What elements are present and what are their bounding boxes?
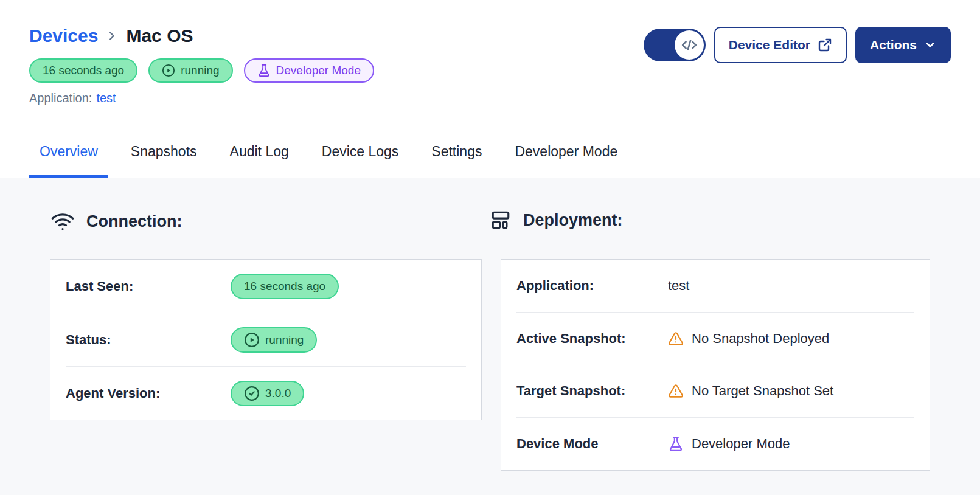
status-badge-row: 16 seconds ago running Developer Mode (29, 58, 374, 83)
overview-panel: Connection: Last Seen: 16 seconds ago St… (0, 178, 980, 495)
check-circle-icon (244, 386, 260, 401)
code-view-toggle[interactable] (644, 29, 706, 61)
breadcrumb: Devices Mac OS (29, 26, 193, 46)
device-mode-row: Device Mode Developer Mode (501, 418, 930, 470)
tab-developer-mode[interactable]: Developer Mode (504, 128, 628, 178)
tab-overview[interactable]: Overview (29, 128, 108, 178)
flask-icon (257, 64, 271, 77)
active-snapshot-label: Active Snapshot: (516, 331, 668, 347)
application-link[interactable]: test (96, 91, 116, 105)
code-icon (681, 37, 697, 53)
target-snapshot-label: Target Snapshot: (516, 383, 668, 399)
status-row: Status: running (50, 313, 481, 366)
toggle-knob[interactable] (675, 30, 704, 60)
deployment-section-title: Deployment: (490, 210, 623, 230)
device-mode-value: Developer Mode (692, 436, 790, 452)
actions-button[interactable]: Actions (855, 27, 951, 63)
last-seen-row: Last Seen: 16 seconds ago (50, 260, 481, 313)
warning-icon (668, 383, 684, 399)
tab-bar: Overview Snapshots Audit Log Device Logs… (29, 128, 628, 178)
agent-version-badge: 3.0.0 (231, 381, 304, 406)
deployment-card: Application: test Active Snapshot: No Sn… (501, 259, 930, 471)
developer-mode-badge: Developer Mode (244, 58, 374, 83)
application-row-label: Application: (516, 278, 668, 294)
tab-audit-log[interactable]: Audit Log (220, 128, 299, 178)
page-header: Devices Mac OS 16 seconds ago running De… (0, 0, 980, 178)
application-line: Application:test (29, 91, 116, 105)
device-editor-button[interactable]: Device Editor (714, 27, 847, 63)
play-circle-icon (162, 64, 175, 77)
running-status-badge: running (148, 58, 232, 83)
application-row-value: test (668, 278, 689, 294)
active-snapshot-value: No Snapshot Deployed (692, 331, 829, 347)
layout-template-icon (490, 210, 511, 230)
flask-icon (668, 436, 684, 452)
last-seen-badge: 16 seconds ago (29, 58, 137, 83)
play-circle-icon (244, 332, 260, 348)
active-snapshot-row: Active Snapshot: No Snapshot Deployed (501, 313, 930, 365)
tab-device-logs[interactable]: Device Logs (311, 128, 409, 178)
agent-version-row: Agent Version: 3.0.0 (50, 367, 481, 420)
toolbar: Device Editor Actions (644, 27, 951, 63)
application-row: Application: test (501, 260, 930, 312)
tab-settings[interactable]: Settings (421, 128, 492, 178)
last-seen-value-badge: 16 seconds ago (231, 274, 339, 299)
external-link-icon (818, 38, 832, 52)
warning-icon (668, 331, 684, 347)
target-snapshot-value: No Target Snapshot Set (692, 383, 833, 399)
status-label: Status: (66, 332, 231, 348)
last-seen-label: Last Seen: (66, 279, 231, 294)
page-title: Mac OS (126, 26, 193, 46)
device-mode-label: Device Mode (516, 436, 668, 452)
breadcrumb-devices-link[interactable]: Devices (29, 26, 98, 46)
agent-version-label: Agent Version: (66, 386, 231, 401)
application-label: Application: (29, 91, 92, 105)
target-snapshot-row: Target Snapshot: No Target Snapshot Set (501, 365, 930, 418)
chevron-down-icon (924, 39, 936, 51)
connection-card: Last Seen: 16 seconds ago Status: runnin… (50, 259, 482, 420)
status-value-badge: running (231, 327, 317, 353)
connection-section-title: Connection: (51, 210, 182, 233)
wifi-icon (51, 210, 74, 233)
chevron-right-icon (105, 29, 119, 43)
tab-snapshots[interactable]: Snapshots (120, 128, 207, 178)
